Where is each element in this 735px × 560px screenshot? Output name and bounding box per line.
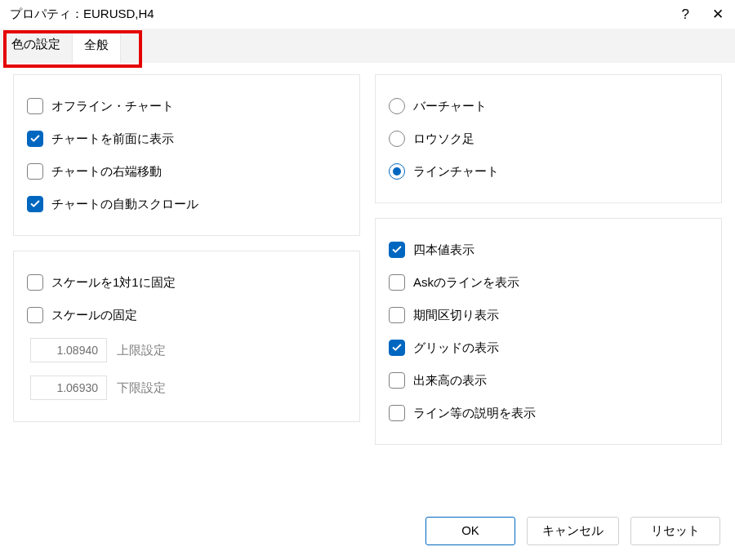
radio-icon: [389, 98, 405, 114]
option-label: 四本値表示: [413, 242, 474, 258]
lower-limit-label: 下限設定: [117, 380, 166, 396]
option-label: Askのラインを表示: [413, 275, 519, 291]
group-chart-options: オフライン・チャート チャートを前面に表示 チャートの右端移動: [13, 74, 360, 236]
option-chart-shift[interactable]: チャートの右端移動: [27, 155, 346, 188]
checkbox-icon: [389, 242, 405, 258]
option-show-period-sep[interactable]: 期間区切り表示: [389, 299, 708, 331]
checkbox-icon: [389, 307, 405, 323]
option-label: グリッドの表示: [413, 340, 499, 356]
checkbox-icon: [389, 340, 405, 356]
checkbox-icon: [27, 307, 43, 323]
group-show-options: 四本値表示 Askのラインを表示 期間区切り表示: [375, 218, 722, 445]
ok-button[interactable]: OK: [425, 517, 515, 545]
left-column: オフライン・チャート チャートを前面に表示 チャートの右端移動: [13, 74, 360, 500]
option-show-grid[interactable]: グリッドの表示: [389, 331, 708, 364]
checkbox-icon: [27, 196, 43, 212]
option-line-chart[interactable]: ラインチャート: [389, 155, 708, 188]
dialog-footer: OK キャンセル リセット: [0, 509, 735, 560]
right-column: バーチャート ロウソク足 ラインチャート 四本値表示: [375, 74, 722, 500]
tab-general[interactable]: 全般: [72, 32, 121, 63]
option-label: スケールの固定: [51, 308, 137, 323]
option-bar-chart[interactable]: バーチャート: [389, 90, 708, 122]
option-label: ライン等の説明を表示: [413, 406, 536, 421]
option-label: バーチャート: [413, 99, 487, 114]
group-chart-type: バーチャート ロウソク足 ラインチャート: [375, 74, 722, 203]
help-icon[interactable]: ?: [682, 7, 689, 21]
checkbox-icon: [389, 372, 405, 389]
tab-label: 色の設定: [11, 37, 60, 51]
option-scale-1to1[interactable]: スケールを1対1に固定: [27, 266, 346, 299]
lower-limit-input[interactable]: 1.06930: [30, 376, 107, 400]
radio-icon: [389, 163, 405, 180]
close-icon[interactable]: ✕: [712, 7, 724, 21]
checkbox-icon: [27, 274, 43, 291]
upper-limit-input[interactable]: 1.08940: [30, 338, 107, 362]
option-label: 出来高の表示: [413, 373, 487, 389]
option-label: オフライン・チャート: [51, 99, 174, 114]
option-chart-foreground[interactable]: チャートを前面に表示: [27, 122, 346, 155]
button-label: OK: [461, 523, 479, 537]
option-label: ロウソク足: [413, 131, 474, 147]
titlebar-buttons: ? ✕: [682, 7, 724, 21]
option-label: ラインチャート: [413, 164, 499, 180]
option-show-object-descr[interactable]: ライン等の説明を表示: [389, 397, 708, 429]
button-label: キャンセル: [542, 523, 604, 537]
option-label: チャートの右端移動: [51, 164, 162, 180]
checkbox-icon: [27, 98, 43, 114]
checkbox-icon: [27, 131, 43, 147]
option-label: スケールを1対1に固定: [51, 275, 176, 291]
option-scale-fix[interactable]: スケールの固定: [27, 299, 346, 331]
titlebar: プロパティ：EURUSD,H4 ? ✕: [0, 0, 735, 29]
tab-label: 全般: [84, 38, 109, 51]
dialog-content: オフライン・チャート チャートを前面に表示 チャートの右端移動: [0, 63, 735, 509]
option-label: チャートを前面に表示: [51, 131, 174, 147]
tab-bar: 色の設定 全般: [0, 29, 735, 63]
checkbox-icon: [389, 274, 405, 291]
window-title: プロパティ：EURUSD,H4: [10, 7, 154, 22]
option-candlesticks[interactable]: ロウソク足: [389, 122, 708, 155]
properties-dialog: プロパティ：EURUSD,H4 ? ✕ 色の設定 全般 オフライン・チャート: [0, 0, 735, 560]
checkbox-icon: [389, 405, 405, 421]
option-label: 期間区切り表示: [413, 308, 499, 323]
option-label: チャートの自動スクロール: [51, 197, 198, 212]
group-scale: スケールを1対1に固定 スケールの固定 1.08940 上限設定 1.06930…: [13, 251, 360, 422]
option-offline-chart[interactable]: オフライン・チャート: [27, 90, 346, 122]
option-show-ask-line[interactable]: Askのラインを表示: [389, 266, 708, 299]
reset-button[interactable]: リセット: [630, 517, 720, 545]
radio-icon: [389, 131, 405, 147]
button-label: リセット: [651, 523, 700, 537]
cancel-button[interactable]: キャンセル: [527, 517, 619, 545]
row-upper-limit: 1.08940 上限設定: [27, 331, 346, 369]
option-show-ohlc[interactable]: 四本値表示: [389, 233, 708, 266]
option-show-volumes[interactable]: 出来高の表示: [389, 364, 708, 397]
tab-color-settings[interactable]: 色の設定: [0, 29, 72, 63]
option-chart-autoscroll[interactable]: チャートの自動スクロール: [27, 188, 346, 220]
checkbox-icon: [27, 163, 43, 180]
row-lower-limit: 1.06930 下限設定: [27, 369, 346, 407]
upper-limit-label: 上限設定: [117, 343, 166, 358]
